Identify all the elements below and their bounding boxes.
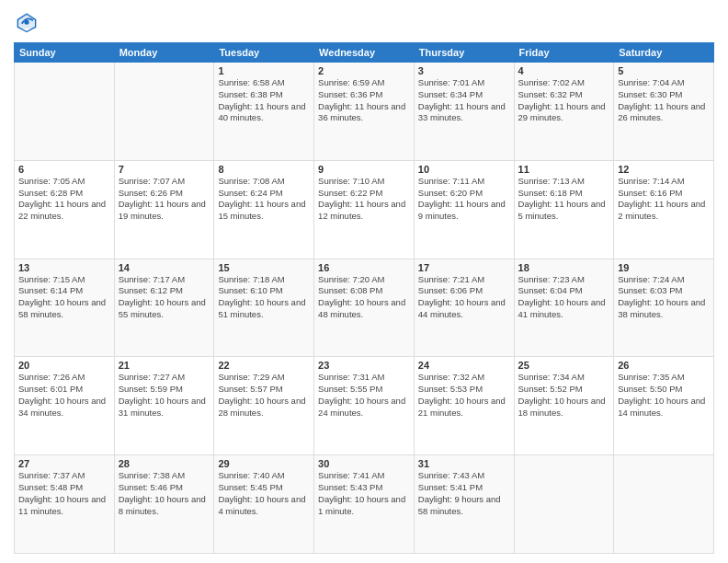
day-info: Sunrise: 6:58 AM Sunset: 6:38 PM Dayligh… (218, 77, 310, 124)
day-header-tuesday: Tuesday (214, 43, 314, 63)
day-info: Sunrise: 7:31 AM Sunset: 5:55 PM Dayligh… (318, 372, 410, 419)
logo-icon (14, 9, 40, 35)
day-header-wednesday: Wednesday (314, 43, 415, 63)
header (14, 9, 714, 35)
day-cell: 24Sunrise: 7:32 AM Sunset: 5:53 PM Dayli… (414, 357, 514, 455)
day-cell: 29Sunrise: 7:40 AM Sunset: 5:45 PM Dayli… (214, 455, 314, 554)
day-info: Sunrise: 7:24 AM Sunset: 6:03 PM Dayligh… (618, 274, 710, 321)
day-header-thursday: Thursday (414, 43, 514, 63)
day-cell: 19Sunrise: 7:24 AM Sunset: 6:03 PM Dayli… (614, 259, 714, 357)
day-info: Sunrise: 7:15 AM Sunset: 6:14 PM Dayligh… (18, 274, 110, 321)
day-cell: 31Sunrise: 7:43 AM Sunset: 5:41 PM Dayli… (414, 455, 514, 554)
day-info: Sunrise: 7:23 AM Sunset: 6:04 PM Dayligh… (518, 274, 610, 321)
day-info: Sunrise: 7:38 AM Sunset: 5:46 PM Dayligh… (119, 470, 210, 517)
day-number: 22 (218, 360, 310, 371)
day-cell: 23Sunrise: 7:31 AM Sunset: 5:55 PM Dayli… (314, 357, 415, 455)
day-info: Sunrise: 7:14 AM Sunset: 6:16 PM Dayligh… (618, 176, 710, 223)
day-number: 17 (418, 262, 510, 273)
day-number: 29 (218, 458, 310, 469)
day-info: Sunrise: 6:59 AM Sunset: 6:36 PM Dayligh… (318, 77, 410, 124)
day-info: Sunrise: 7:10 AM Sunset: 6:22 PM Dayligh… (318, 176, 410, 223)
day-info: Sunrise: 7:21 AM Sunset: 6:06 PM Dayligh… (418, 274, 510, 321)
day-cell (15, 63, 115, 161)
day-info: Sunrise: 7:02 AM Sunset: 6:32 PM Dayligh… (518, 77, 610, 124)
day-number: 6 (18, 164, 110, 175)
day-cell: 12Sunrise: 7:14 AM Sunset: 6:16 PM Dayli… (614, 160, 714, 259)
day-header-friday: Friday (514, 43, 614, 63)
day-cell: 4Sunrise: 7:02 AM Sunset: 6:32 PM Daylig… (514, 63, 614, 161)
svg-point-2 (24, 19, 28, 24)
day-info: Sunrise: 7:07 AM Sunset: 6:26 PM Dayligh… (119, 176, 210, 223)
day-number: 18 (518, 262, 610, 273)
day-number: 7 (119, 164, 210, 175)
day-number: 12 (618, 164, 710, 175)
day-cell: 18Sunrise: 7:23 AM Sunset: 6:04 PM Dayli… (514, 259, 614, 357)
day-number: 1 (218, 65, 310, 76)
day-info: Sunrise: 7:01 AM Sunset: 6:34 PM Dayligh… (418, 77, 510, 124)
day-cell: 22Sunrise: 7:29 AM Sunset: 5:57 PM Dayli… (214, 357, 314, 455)
day-cell: 16Sunrise: 7:20 AM Sunset: 6:08 PM Dayli… (314, 259, 415, 357)
day-info: Sunrise: 7:40 AM Sunset: 5:45 PM Dayligh… (218, 470, 310, 517)
day-info: Sunrise: 7:34 AM Sunset: 5:52 PM Dayligh… (518, 372, 610, 419)
calendar-body: 1Sunrise: 6:58 AM Sunset: 6:38 PM Daylig… (15, 63, 714, 554)
calendar-table: SundayMondayTuesdayWednesdayThursdayFrid… (14, 42, 714, 554)
day-number: 19 (618, 262, 710, 273)
day-cell: 26Sunrise: 7:35 AM Sunset: 5:50 PM Dayli… (614, 357, 714, 455)
day-cell: 8Sunrise: 7:08 AM Sunset: 6:24 PM Daylig… (214, 160, 314, 259)
day-cell: 15Sunrise: 7:18 AM Sunset: 6:10 PM Dayli… (214, 259, 314, 357)
logo (14, 9, 43, 35)
day-number: 26 (618, 360, 710, 371)
day-number: 21 (119, 360, 210, 371)
week-row-4: 20Sunrise: 7:26 AM Sunset: 6:01 PM Dayli… (15, 357, 714, 455)
day-info: Sunrise: 7:27 AM Sunset: 5:59 PM Dayligh… (119, 372, 210, 419)
day-info: Sunrise: 7:37 AM Sunset: 5:48 PM Dayligh… (18, 470, 110, 517)
day-info: Sunrise: 7:18 AM Sunset: 6:10 PM Dayligh… (218, 274, 310, 321)
day-info: Sunrise: 7:29 AM Sunset: 5:57 PM Dayligh… (218, 372, 310, 419)
day-cell: 10Sunrise: 7:11 AM Sunset: 6:20 PM Dayli… (414, 160, 514, 259)
day-number: 13 (18, 262, 110, 273)
day-info: Sunrise: 7:04 AM Sunset: 6:30 PM Dayligh… (618, 77, 710, 124)
page: SundayMondayTuesdayWednesdayThursdayFrid… (0, 0, 728, 563)
day-info: Sunrise: 7:11 AM Sunset: 6:20 PM Dayligh… (418, 176, 510, 223)
day-number: 16 (318, 262, 410, 273)
day-info: Sunrise: 7:17 AM Sunset: 6:12 PM Dayligh… (119, 274, 210, 321)
day-info: Sunrise: 7:05 AM Sunset: 6:28 PM Dayligh… (18, 176, 110, 223)
day-info: Sunrise: 7:32 AM Sunset: 5:53 PM Dayligh… (418, 372, 510, 419)
day-number: 27 (18, 458, 110, 469)
day-header-saturday: Saturday (614, 43, 714, 63)
day-header-monday: Monday (114, 43, 214, 63)
day-number: 2 (318, 65, 410, 76)
day-cell (514, 455, 614, 554)
day-info: Sunrise: 7:13 AM Sunset: 6:18 PM Dayligh… (518, 176, 610, 223)
day-cell: 3Sunrise: 7:01 AM Sunset: 6:34 PM Daylig… (414, 63, 514, 161)
day-number: 8 (218, 164, 310, 175)
day-cell: 13Sunrise: 7:15 AM Sunset: 6:14 PM Dayli… (15, 259, 115, 357)
day-cell: 1Sunrise: 6:58 AM Sunset: 6:38 PM Daylig… (214, 63, 314, 161)
day-cell: 2Sunrise: 6:59 AM Sunset: 6:36 PM Daylig… (314, 63, 415, 161)
day-info: Sunrise: 7:08 AM Sunset: 6:24 PM Dayligh… (218, 176, 310, 223)
day-number: 5 (618, 65, 710, 76)
day-cell: 28Sunrise: 7:38 AM Sunset: 5:46 PM Dayli… (114, 455, 214, 554)
day-number: 30 (318, 458, 410, 469)
day-cell: 14Sunrise: 7:17 AM Sunset: 6:12 PM Dayli… (114, 259, 214, 357)
day-number: 15 (218, 262, 310, 273)
day-cell: 21Sunrise: 7:27 AM Sunset: 5:59 PM Dayli… (114, 357, 214, 455)
day-cell: 20Sunrise: 7:26 AM Sunset: 6:01 PM Dayli… (15, 357, 115, 455)
day-cell: 5Sunrise: 7:04 AM Sunset: 6:30 PM Daylig… (614, 63, 714, 161)
day-cell (114, 63, 214, 161)
day-number: 31 (418, 458, 510, 469)
day-cell: 17Sunrise: 7:21 AM Sunset: 6:06 PM Dayli… (414, 259, 514, 357)
day-cell: 7Sunrise: 7:07 AM Sunset: 6:26 PM Daylig… (114, 160, 214, 259)
day-cell: 30Sunrise: 7:41 AM Sunset: 5:43 PM Dayli… (314, 455, 415, 554)
day-info: Sunrise: 7:43 AM Sunset: 5:41 PM Dayligh… (418, 470, 510, 517)
day-info: Sunrise: 7:41 AM Sunset: 5:43 PM Dayligh… (318, 470, 410, 517)
header-row: SundayMondayTuesdayWednesdayThursdayFrid… (15, 43, 714, 63)
day-info: Sunrise: 7:35 AM Sunset: 5:50 PM Dayligh… (618, 372, 710, 419)
day-info: Sunrise: 7:20 AM Sunset: 6:08 PM Dayligh… (318, 274, 410, 321)
day-cell: 6Sunrise: 7:05 AM Sunset: 6:28 PM Daylig… (15, 160, 115, 259)
day-number: 10 (418, 164, 510, 175)
day-number: 3 (418, 65, 510, 76)
day-number: 25 (518, 360, 610, 371)
day-cell: 9Sunrise: 7:10 AM Sunset: 6:22 PM Daylig… (314, 160, 415, 259)
day-number: 9 (318, 164, 410, 175)
